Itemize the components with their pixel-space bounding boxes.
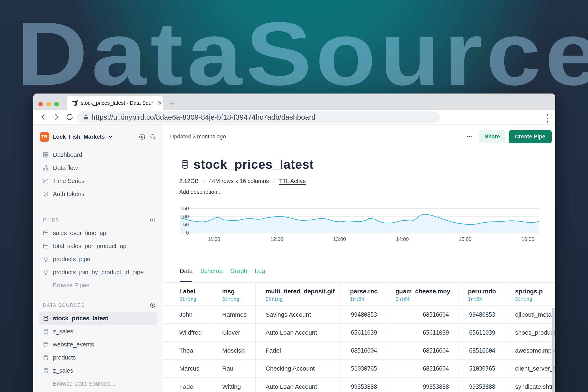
sidebar-item-label: stock_prices_latest (53, 315, 108, 322)
table-row[interactable]: FadelWittingAuto Loan Account99353888993… (163, 378, 555, 392)
add-pipe-icon[interactable] (150, 218, 155, 222)
vertical-scrollbar[interactable] (552, 308, 554, 392)
share-button[interactable]: Share (479, 130, 505, 143)
table-cell: 99353888 (341, 378, 387, 392)
sidebar-item-browse-datasources[interactable]: Browse Data Sources... (39, 377, 157, 390)
database-products-icon (43, 355, 48, 360)
sidebar-item-label: Dashboard (53, 151, 82, 158)
sidebar-item-datasource[interactable]: z_sales (39, 325, 157, 338)
meta-ttl-link[interactable]: TTL Active (279, 178, 306, 184)
table-cell: 65611039 (387, 324, 459, 342)
zoom-window-button[interactable] (54, 102, 59, 106)
add-datasource-icon[interactable] (150, 303, 155, 308)
svg-text:15:00: 15:00 (459, 236, 472, 242)
main-header-row: Updated 2 months ago Share Create Pipe (163, 130, 555, 143)
svg-text:50: 50 (183, 222, 189, 228)
sidebar-item-pipe[interactable]: sales_over_time_api (39, 226, 157, 240)
sidebar-item-browse-pipes[interactable]: Browse Pipes... (39, 279, 157, 292)
workspace-switcher[interactable]: TB Lock_Fish_Markets (33, 124, 163, 142)
minimize-window-button[interactable] (46, 102, 51, 106)
more-options-icon[interactable] (467, 136, 472, 138)
database-events-icon (43, 342, 48, 347)
tab-graph[interactable]: Graph (230, 268, 247, 274)
sidebar-item-datasource[interactable]: z_sales (39, 364, 157, 377)
tab-close-icon[interactable] (157, 100, 162, 105)
table-row[interactable]: JohnHammesSavings Account994808536851660… (163, 306, 555, 324)
table-row[interactable]: MarcusRauChecking Account510307656851660… (163, 360, 555, 378)
column-header[interactable]: peru.mdbInt64 (459, 283, 505, 306)
title-row: stock_prices_latest (181, 157, 314, 172)
reload-icon[interactable] (66, 113, 74, 121)
pipe-icon (43, 256, 48, 262)
datasources-section: DATA SOURCES stock_prices_latest z_sale (33, 299, 163, 390)
sidebar-item-dashboard[interactable]: Dashboard (39, 148, 157, 161)
sidebar-item-datasource[interactable]: products (39, 351, 157, 364)
svg-text:11:00: 11:00 (208, 236, 220, 242)
workspace-name: Lock_Fish_Markets (53, 134, 105, 140)
column-header[interactable]: guam_cheese.mnyInt64 (387, 283, 459, 306)
sidebar-item-time-series[interactable]: Time Series (39, 174, 157, 188)
table-cell: Glover (212, 324, 256, 342)
sidebar-item-label: Data flow (53, 164, 78, 171)
tab-data[interactable]: Data (180, 268, 192, 274)
table-cell: syndicate.shtml (505, 378, 555, 392)
sidebar-item-pipe[interactable]: products_pipe (39, 252, 157, 266)
new-tab-button[interactable] (168, 100, 176, 106)
gear-icon[interactable] (139, 134, 145, 140)
table-row[interactable]: TheaMosciskiFadel68516604685166046851660… (163, 342, 555, 360)
sidebar-item-pipe[interactable]: products_join_by_product_id_pipe (39, 266, 157, 279)
close-window-button[interactable] (38, 102, 43, 106)
column-header[interactable]: parse.rncInt64 (341, 283, 387, 306)
sidebar-item-data-flow[interactable]: Data flow (39, 161, 157, 174)
column-header[interactable]: msgString (212, 283, 256, 306)
workspace-logo: TB (40, 132, 49, 142)
tab-title: stock_prices_latest - Data Sour (81, 100, 155, 106)
forward-icon[interactable] (52, 113, 60, 121)
table-cell: 65611039 (459, 324, 505, 342)
sidebar: TB Lock_Fish_Markets (33, 124, 163, 392)
sidebar-item-label: total_sales_per_product_api (53, 242, 128, 250)
browser-window: stock_prices_latest - Data Sour https://… (33, 94, 555, 392)
create-pipe-button[interactable]: Create Pipe (508, 130, 552, 143)
column-header[interactable]: LabelString (163, 283, 212, 306)
table-cell: Hammes (212, 306, 256, 324)
table-row[interactable]: WildfredGloverAuto Loan Account656110396… (163, 324, 555, 342)
sidebar-item-label: products (53, 354, 76, 361)
table-cell: djibouti_metal (505, 306, 555, 324)
table-cell: 68516604 (459, 342, 505, 360)
pipes-section: PIPES sales_over_time_api total_sales_p (33, 213, 163, 292)
detail-tabs: Data Schema Graph Log (180, 268, 265, 274)
table-cell: Rau (212, 360, 256, 378)
sidebar-item-datasource-selected[interactable]: stock_prices_latest (39, 312, 157, 325)
pipes-section-header: PIPES (33, 213, 163, 226)
updated-link[interactable]: 2 months ago (192, 134, 226, 140)
tab-schema[interactable]: Schema (200, 268, 222, 274)
meta-row: 2.12GB / 44M rows x 16 columns / TTL Act… (179, 178, 306, 184)
search-icon[interactable] (150, 134, 156, 140)
table-cell: 51030765 (459, 360, 505, 378)
tab-log[interactable]: Log (255, 268, 265, 274)
meta-dimensions: 44M rows x 16 columns (209, 178, 269, 184)
browser-content: TB Lock_Fish_Markets (33, 124, 555, 392)
updated-label: Updated 2 months ago (170, 134, 226, 140)
table-cell: John (163, 306, 212, 324)
column-header[interactable]: multi_tiered_deposit.gifString (256, 283, 341, 306)
time-series-icon (43, 178, 48, 184)
meta-size: 2.12GB (179, 178, 199, 184)
sidebar-item-pipe[interactable]: total_sales_per_product_api (39, 240, 157, 252)
table-cell: shoes_product (505, 324, 555, 342)
browser-tab[interactable]: stock_prices_latest - Data Sour (67, 96, 163, 110)
add-description-placeholder[interactable]: Add description... (179, 189, 222, 195)
endpoint-pipe-icon (43, 230, 48, 236)
table-cell: Savings Account (256, 306, 341, 324)
column-header[interactable]: springs.pString (505, 283, 555, 306)
browser-menu-icon[interactable] (547, 114, 548, 122)
sidebar-item-auth-tokens[interactable]: Auth tokens (39, 188, 157, 200)
table-cell: Mosciski (212, 342, 256, 360)
back-icon[interactable] (39, 113, 47, 121)
url-bar[interactable]: https://ui.tinybird.co/8dae6a-8309-84je-… (77, 112, 440, 123)
table-cell: Witting (212, 378, 256, 392)
data-flow-icon (43, 165, 48, 171)
sidebar-item-datasource[interactable]: website_events (39, 338, 157, 351)
sidebar-item-label: products_pipe (53, 256, 90, 262)
